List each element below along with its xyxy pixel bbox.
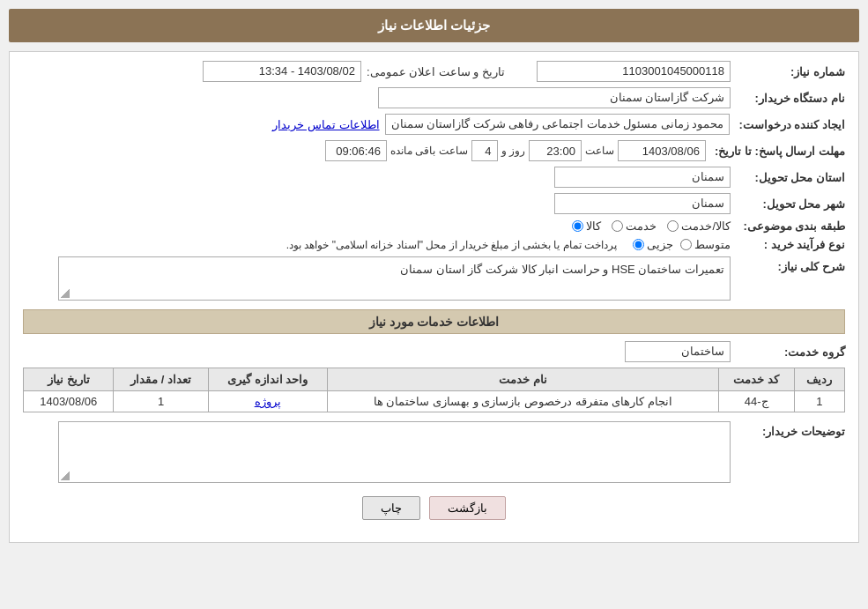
row-naveFarayand: نوع فرآیند خرید : متوسط جزیی پرداخت تمام… [23, 238, 845, 251]
ostan-field: سمنان [554, 167, 731, 188]
value-tozihat [23, 421, 731, 483]
row-namDastgah: نام دستگاه خریدار: شرکت گازاستان سمنان [23, 87, 845, 108]
label-sharh: شرح کلی نیاز: [731, 256, 845, 273]
saat-field: 23:00 [529, 140, 582, 161]
row-shomareNiaz: شماره نیاز: 1103001045000118 تاریخ و ساع… [23, 61, 845, 82]
row-group: گروه خدمت: ساختمان [23, 341, 845, 362]
col-namKhedmat: نام خدمت [327, 368, 718, 391]
date-field: 1403/08/06 [618, 140, 706, 161]
row-ijadKonande: ایجاد کننده درخواست: محمود زمانی مسئول خ… [23, 114, 845, 135]
radio-jozii-input[interactable] [633, 239, 644, 250]
radio-kala-khedmat-input[interactable] [667, 220, 679, 232]
col-tarikh: تاریخ نیاز [24, 368, 114, 391]
row-shahr: شهر محل تحویل: سمنان [23, 193, 845, 214]
purchase-row: متوسط جزیی پرداخت تمام یا بخشی از مبلغ خ… [23, 238, 731, 251]
label-tozihat: توضیحات خریدار: [731, 421, 845, 438]
value-naveFarayand: متوسط جزیی پرداخت تمام یا بخشی از مبلغ خ… [23, 238, 731, 251]
row-tozihat: توضیحات خریدار: [23, 421, 845, 483]
col-tedad: تعداد / مقدار [114, 368, 208, 391]
radio-kala-label: کالا [586, 219, 601, 233]
value-shahr: سمنان [23, 193, 731, 214]
radio-kala-khedmat[interactable]: کالا/خدمت [667, 219, 731, 233]
radio-motovaset[interactable]: متوسط [680, 238, 731, 251]
field-row-shomareNiaz: 1103001045000118 تاریخ و ساعت اعلان عموم… [23, 61, 731, 82]
radio-jozii[interactable]: جزیی [633, 238, 673, 251]
rooz-field: 4 [471, 140, 498, 161]
services-header-text: اطلاعات خدمات مورد نیاز [369, 315, 500, 329]
group-field: ساختمان [625, 341, 731, 362]
button-row: بازگشت چاپ [23, 496, 845, 533]
col-radif: ردیف [794, 368, 844, 391]
baki-field: 09:06:46 [325, 140, 387, 161]
page-wrapper: جزئیات اطلاعات نیاز شماره نیاز: 11030010… [0, 0, 868, 609]
label-tabaqe: طبقه بندی موضوعی: [731, 219, 845, 233]
label-shahr: شهر محل تحویل: [731, 197, 845, 211]
deadline-row: 1403/08/06 ساعت 23:00 روز و 4 ساعت باقی … [23, 140, 706, 161]
label-tarikheAlan: تاریخ و ساعت اعلان عمومی: [367, 65, 505, 78]
tozihat-box [58, 421, 731, 483]
col-vahed: واحد اندازه گیری [208, 368, 327, 391]
services-table-header-row: ردیف کد خدمت نام خدمت واحد اندازه گیری ت… [24, 368, 845, 391]
baki-label: ساعت باقی مانده [390, 145, 468, 157]
page-header: جزئیات اطلاعات نیاز [9, 9, 859, 42]
radio-khedmat[interactable]: خدمت [612, 219, 657, 233]
cell-radif: 1 [794, 391, 844, 412]
rooz-label: روز و [501, 145, 525, 157]
label-namDastgah: نام دستگاه خریدار: [731, 92, 845, 105]
radio-kala[interactable]: کالا [572, 219, 601, 233]
sharh-text: تعمیرات ساختمان HSE و حراست انبار کالا ش… [400, 263, 724, 276]
saat-label: ساعت [585, 145, 614, 157]
label-naveFarayand: نوع فرآیند خرید : [731, 238, 845, 251]
radio-motovaset-input[interactable] [680, 239, 692, 250]
row-ostan: استان محل تحویل: سمنان [23, 167, 845, 188]
services-table: ردیف کد خدمت نام خدمت واحد اندازه گیری ت… [23, 368, 845, 412]
row-mohlatIrsal: مهلت ارسال پاسخ: تا تاریخ: 1403/08/06 سا… [23, 140, 845, 161]
resize-handle-sharh [61, 289, 70, 298]
value-tabaqe: کالا/خدمت خدمت کالا [23, 219, 731, 233]
label-shomareNiaz: شماره نیاز: [731, 65, 845, 78]
btn-print[interactable]: چاپ [362, 496, 420, 520]
radio-jozii-label: جزیی [647, 238, 673, 251]
shomareNiaz-field: 1103001045000118 [537, 61, 731, 82]
value-mohlatIrsal: 1403/08/06 ساعت 23:00 روز و 4 ساعت باقی … [23, 140, 706, 161]
field-row-ijadKonande: محمود زمانی مسئول خدمات اجتماعی رفاهی شر… [23, 114, 730, 135]
col-kodKhedmat: کد خدمت [718, 368, 794, 391]
btn-back[interactable]: بازگشت [429, 496, 506, 520]
services-section-header: اطلاعات خدمات مورد نیاز [23, 309, 845, 334]
row-tabaqe: طبقه بندی موضوعی: کالا/خدمت خدمت کالا [23, 219, 845, 233]
radio-kala-input[interactable] [572, 220, 583, 232]
radio-khedmat-input[interactable] [612, 220, 623, 232]
radio-khedmat-label: خدمت [626, 219, 657, 233]
value-ostan: سمنان [23, 167, 731, 188]
label-ostan: استان محل تحویل: [731, 171, 845, 184]
value-namDastgah: شرکت گازاستان سمنان [23, 87, 731, 108]
cell-kod: ج-44 [718, 391, 794, 412]
cell-tedad: 1 [114, 391, 208, 412]
cell-tarikh: 1403/08/06 [24, 391, 114, 412]
tabaqe-radio-group: کالا/خدمت خدمت کالا [23, 219, 731, 233]
resize-handle-tozihat [61, 472, 70, 480]
row-sharh: شرح کلی نیاز: تعمیرات ساختمان HSE و حراس… [23, 256, 845, 301]
value-sharh: تعمیرات ساختمان HSE و حراست انبار کالا ش… [23, 256, 731, 301]
purchase-note: پرداخت تمام یا بخشی از مبلغ خریدار از مح… [286, 239, 617, 251]
shahr-field: سمنان [554, 193, 731, 214]
sharh-box: تعمیرات ساختمان HSE و حراست انبار کالا ش… [58, 256, 731, 301]
link-tamaas[interactable]: اطلاعات تماس خریدار [272, 118, 379, 131]
page-title: جزئیات اطلاعات نیاز [378, 18, 490, 33]
label-ijadKonande: ایجاد کننده درخواست: [730, 118, 845, 131]
radio-motovaset-label: متوسط [694, 238, 731, 251]
label-mohlatIrsal: مهلت ارسال پاسخ: تا تاریخ: [706, 145, 845, 158]
cell-vahed: پروژه [208, 391, 327, 412]
cell-nam: انجام کارهای متفرقه درخصوص بازسازی و بهس… [327, 391, 718, 412]
services-table-head: ردیف کد خدمت نام خدمت واحد اندازه گیری ت… [24, 368, 845, 391]
main-container: شماره نیاز: 1103001045000118 تاریخ و ساع… [9, 51, 859, 543]
ijadKonande-field: محمود زمانی مسئول خدمات اجتماعی رفاهی شر… [385, 114, 731, 135]
label-group: گروه خدمت: [731, 345, 845, 359]
services-table-body: 1ج-44انجام کارهای متفرقه درخصوص بازسازی … [24, 391, 845, 412]
radio-kala-khedmat-label: کالا/خدمت [681, 219, 731, 233]
namDastgah-field: شرکت گازاستان سمنان [378, 87, 731, 108]
value-shomareNiaz: 1103001045000118 تاریخ و ساعت اعلان عموم… [23, 61, 731, 82]
table-row: 1ج-44انجام کارهای متفرقه درخصوص بازسازی … [24, 391, 845, 412]
tarikheAlan-field: 1403/08/02 - 13:34 [203, 61, 361, 82]
value-ijadKonande: محمود زمانی مسئول خدمات اجتماعی رفاهی شر… [23, 114, 730, 135]
